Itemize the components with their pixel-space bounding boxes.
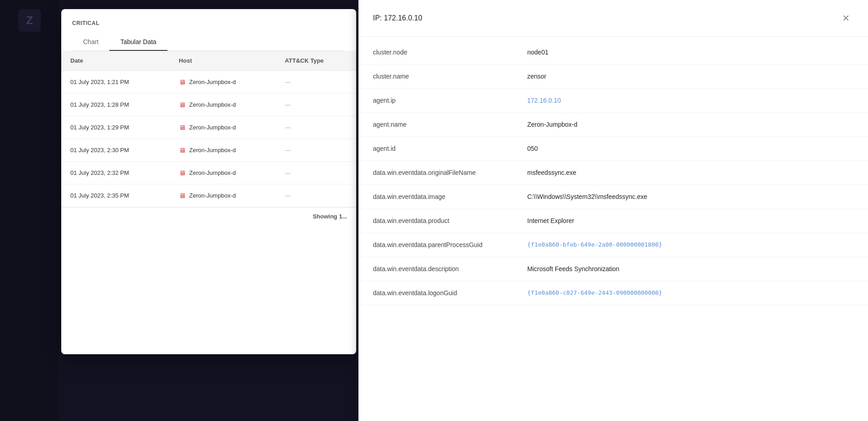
table-row[interactable]: 01 July 2023, 1:28 PM🖥Zeron-Jumpbox-d--- [61, 94, 356, 116]
cell-host: 🖥Zeron-Jumpbox-d [170, 116, 276, 139]
cell-attck: --- [276, 71, 356, 94]
detail-row: agent.id050 [358, 137, 868, 161]
table-row[interactable]: 01 July 2023, 2:35 PM🖥Zeron-Jumpbox-d--- [61, 184, 356, 207]
cell-date: 01 July 2023, 1:21 PM [61, 71, 170, 94]
detail-row: agent.nameZeron-Jumpbox-d [358, 113, 868, 137]
cell-date: 01 July 2023, 1:29 PM [61, 116, 170, 139]
cell-attck: --- [276, 184, 356, 207]
monitor-icon: 🖥 [179, 169, 186, 177]
detail-rows: cluster.nodenode01cluster.namezensoragen… [358, 37, 868, 309]
detail-label: data.win.eventdata.logonGuid [373, 289, 527, 297]
host-cell: 🖥Zeron-Jumpbox-d [179, 169, 267, 177]
cell-date: 01 July 2023, 2:35 PM [61, 184, 170, 207]
cell-attck: --- [276, 94, 356, 116]
tab-chart[interactable]: Chart [72, 34, 109, 51]
detail-row: data.win.eventdata.logonGuid{f1e0a860-c0… [358, 281, 868, 305]
detail-value: Microsoft Feeds Synchronization [527, 265, 853, 272]
detail-label: agent.id [373, 145, 527, 152]
monitor-icon: 🖥 [179, 192, 186, 199]
panel-header: CRITICAL Chart Tabular Data [61, 9, 356, 51]
detail-label: cluster.name [373, 73, 527, 80]
ip-detail-panel: IP: 172.16.0.10 ✕ cluster.nodenode01clus… [358, 0, 868, 421]
col-host: Host [170, 51, 276, 71]
data-table: Date Host ATT&CK Type 01 July 2023, 1:21… [61, 51, 356, 207]
ip-title: IP: 172.16.0.10 [373, 14, 422, 22]
table-row[interactable]: 01 July 2023, 1:29 PM🖥Zeron-Jumpbox-d--- [61, 116, 356, 139]
detail-value: Zeron-Jumpbox-d [527, 121, 853, 128]
detail-value: msfeedssync.exe [527, 169, 853, 176]
detail-row: data.win.eventdata.imageC:\\Windows\\Sys… [358, 185, 868, 209]
detail-value: {f1e0a860-bfeb-649e-2a00-000000001800} [527, 241, 853, 248]
table-row[interactable]: 01 July 2023, 1:21 PM🖥Zeron-Jumpbox-d--- [61, 71, 356, 94]
host-name: Zeron-Jumpbox-d [189, 192, 236, 199]
detail-row: data.win.eventdata.descriptionMicrosoft … [358, 257, 868, 281]
detail-label: data.win.eventdata.originalFileName [373, 169, 527, 176]
detail-value[interactable]: 172.16.0.10 [527, 97, 853, 104]
cell-date: 01 July 2023, 2:32 PM [61, 162, 170, 184]
tabs-container: Chart Tabular Data [72, 34, 345, 51]
host-cell: 🖥Zeron-Jumpbox-d [179, 101, 267, 109]
host-name: Zeron-Jumpbox-d [189, 79, 236, 85]
showing-text: Showing 1... [61, 207, 356, 225]
detail-row: agent.ip172.16.0.10 [358, 89, 868, 113]
cell-host: 🖥Zeron-Jumpbox-d [170, 162, 276, 184]
table-row[interactable]: 01 July 2023, 2:32 PM🖥Zeron-Jumpbox-d--- [61, 162, 356, 184]
col-date: Date [61, 51, 170, 71]
cell-host: 🖥Zeron-Jumpbox-d [170, 184, 276, 207]
cell-attck: --- [276, 162, 356, 184]
detail-label: data.win.eventdata.product [373, 217, 527, 224]
host-name: Zeron-Jumpbox-d [189, 101, 236, 108]
table-row[interactable]: 01 July 2023, 2:30 PM🖥Zeron-Jumpbox-d--- [61, 139, 356, 162]
cell-host: 🖥Zeron-Jumpbox-d [170, 139, 276, 162]
host-cell: 🖥Zeron-Jumpbox-d [179, 78, 267, 86]
cell-host: 🖥Zeron-Jumpbox-d [170, 94, 276, 116]
detail-row: data.win.eventdata.parentProcessGuid{f1e… [358, 233, 868, 257]
host-cell: 🖥Zeron-Jumpbox-d [179, 146, 267, 154]
detail-label: cluster.node [373, 49, 527, 56]
tab-tabular-data[interactable]: Tabular Data [109, 34, 167, 51]
detail-value: zensor [527, 73, 853, 80]
host-name: Zeron-Jumpbox-d [189, 169, 236, 176]
close-button[interactable]: ✕ [839, 11, 853, 25]
detail-row: cluster.namezensor [358, 64, 868, 89]
detail-row: data.win.eventdata.originalFileNamemsfee… [358, 161, 868, 185]
detail-value: C:\\Windows\\System32\\msfeedssync.exe [527, 193, 853, 200]
host-cell: 🖥Zeron-Jumpbox-d [179, 192, 267, 199]
cell-attck: --- [276, 116, 356, 139]
host-name: Zeron-Jumpbox-d [189, 147, 236, 154]
detail-row: cluster.nodenode01 [358, 40, 868, 64]
detail-value: 050 [527, 145, 853, 152]
table-header-row: Date Host ATT&CK Type [61, 51, 356, 71]
cell-date: 01 July 2023, 1:28 PM [61, 94, 170, 116]
detail-header: IP: 172.16.0.10 ✕ [358, 0, 868, 37]
critical-badge: CRITICAL [72, 20, 345, 26]
detail-value: Internet Explorer [527, 217, 853, 224]
cell-date: 01 July 2023, 2:30 PM [61, 139, 170, 162]
detail-label: agent.name [373, 121, 527, 128]
detail-label: data.win.eventdata.parentProcessGuid [373, 241, 527, 248]
monitor-icon: 🖥 [179, 124, 186, 131]
host-cell: 🖥Zeron-Jumpbox-d [179, 124, 267, 131]
detail-value: {f1e0a860-c027-649e-2443-090000000000} [527, 289, 853, 296]
panel-body: Date Host ATT&CK Type 01 July 2023, 1:21… [61, 51, 356, 354]
detail-label: data.win.eventdata.image [373, 193, 527, 200]
cell-attck: --- [276, 139, 356, 162]
col-attck: ATT&CK Type [276, 51, 356, 71]
detail-value: node01 [527, 49, 853, 56]
monitor-icon: 🖥 [179, 146, 186, 154]
cell-host: 🖥Zeron-Jumpbox-d [170, 71, 276, 94]
monitor-icon: 🖥 [179, 101, 186, 109]
detail-label: data.win.eventdata.description [373, 265, 527, 272]
detail-label: agent.ip [373, 97, 527, 104]
host-name: Zeron-Jumpbox-d [189, 124, 236, 131]
monitor-icon: 🖥 [179, 78, 186, 86]
detail-row: data.win.eventdata.productInternet Explo… [358, 209, 868, 233]
tabular-data-panel: CRITICAL Chart Tabular Data Date Host AT… [61, 9, 356, 354]
